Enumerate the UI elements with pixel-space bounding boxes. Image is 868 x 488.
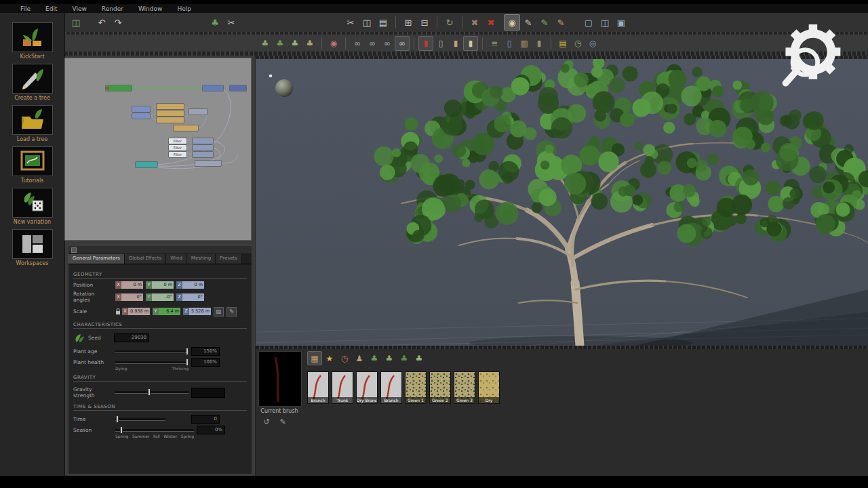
plant-bend-icon[interactable]: ♣ xyxy=(258,36,273,51)
render-plant-icon[interactable]: ♣ xyxy=(207,14,223,30)
cylinder-b-icon[interactable]: ▮ xyxy=(463,36,478,51)
undo-icon[interactable]: ↶ xyxy=(94,14,110,30)
split-view-icon[interactable]: ◫ xyxy=(597,14,613,30)
menu-render[interactable]: Render xyxy=(102,5,123,12)
merge-icon[interactable]: ⊞ xyxy=(400,14,416,30)
brush-tile-green-1[interactable]: Green 1 xyxy=(405,371,427,404)
refresh-icon[interactable]: ↻ xyxy=(441,14,458,30)
tab-wind[interactable]: Wind xyxy=(166,254,187,264)
position-z-field[interactable]: Z0 m xyxy=(176,281,204,289)
select-tool-icon[interactable]: ◉ xyxy=(504,14,520,30)
node-filter-out-1[interactable] xyxy=(193,138,213,144)
path-b-icon[interactable]: ∞ xyxy=(365,36,380,51)
tab-global-effects[interactable]: Global Effects xyxy=(125,254,166,264)
time-slider[interactable] xyxy=(115,418,165,421)
scale-y-field[interactable]: Y6.4 m xyxy=(153,308,180,315)
edit-brush-icon[interactable]: ✎ xyxy=(277,416,288,427)
split-icon[interactable]: ⊟ xyxy=(416,14,433,30)
spray-icon[interactable]: ▮ xyxy=(418,36,433,51)
season-value[interactable]: 0% xyxy=(197,426,225,434)
menu-view[interactable]: View xyxy=(73,5,87,12)
brush-tile-dry-branch[interactable]: Dry Branch xyxy=(356,371,378,404)
rotation-x-field[interactable]: X0° xyxy=(115,293,143,301)
path-c-icon[interactable]: ∞ xyxy=(380,36,395,51)
copy-icon[interactable]: ◫ xyxy=(359,14,375,30)
node-level-4[interactable] xyxy=(174,125,198,131)
plant-b-icon[interactable]: ♣ xyxy=(382,351,397,365)
scale-reset-button[interactable]: ✎ xyxy=(226,307,237,317)
star-icon[interactable]: ★ xyxy=(322,351,337,365)
cylinder-c-icon[interactable]: ▮ xyxy=(532,36,547,51)
brush-grid-icon[interactable]: ▦ xyxy=(307,351,322,365)
time-value[interactable]: 0 xyxy=(191,415,220,424)
scale-options-button[interactable]: ▤ xyxy=(214,307,224,317)
import-plant-icon[interactable]: ◫ xyxy=(68,14,84,30)
figure-icon[interactable]: ♟ xyxy=(352,351,367,365)
plant-health-slider-handle[interactable] xyxy=(186,359,189,366)
sidebar-item-load-a-tree[interactable]: Load a tree xyxy=(11,104,54,143)
plant-health-value[interactable]: 100% xyxy=(191,358,220,367)
sidebar-item-workspaces[interactable]: Workspaces xyxy=(11,228,54,267)
menu-file[interactable]: File xyxy=(20,5,31,12)
paint-tool-icon[interactable]: ✎ xyxy=(536,14,553,30)
sidebar-item-kickstart[interactable]: KickStart xyxy=(11,21,54,60)
compass-icon[interactable]: ◎ xyxy=(585,36,600,51)
brush-tile-trunk[interactable]: Trunk xyxy=(332,371,353,404)
battery-blue-icon[interactable]: ▯ xyxy=(502,36,517,51)
erase-tool-icon[interactable]: ✎ xyxy=(553,14,569,30)
position-x-field[interactable]: X0 m xyxy=(115,281,143,289)
gravity-slider-handle[interactable] xyxy=(148,388,151,396)
node-timer[interactable] xyxy=(136,162,157,167)
ruler-icon[interactable]: ▤ xyxy=(555,36,570,51)
plant-grow-icon[interactable]: ♣ xyxy=(273,36,288,51)
rotation-y-field[interactable]: Y-0° xyxy=(146,293,174,301)
plant-dry-icon[interactable]: ♣ xyxy=(302,36,317,51)
path-a-icon[interactable]: ∞ xyxy=(350,36,365,51)
tab-meshing[interactable]: Meshing xyxy=(187,254,216,264)
node-filter-2[interactable]: Filter xyxy=(169,145,186,150)
path-d-icon[interactable]: ∞ xyxy=(395,36,410,51)
plant-age-slider[interactable] xyxy=(115,350,189,353)
node-filter-out-2[interactable] xyxy=(193,145,213,150)
inspect-leaf-icon[interactable]: ◉ xyxy=(326,36,341,51)
delete-icon[interactable]: ✖ xyxy=(483,14,499,30)
brush-tile-branch-2[interactable]: Branch xyxy=(380,371,402,404)
node-branch-b[interactable] xyxy=(132,113,150,119)
node-trunk[interactable] xyxy=(203,85,223,91)
node-level-2[interactable] xyxy=(157,110,184,116)
prune-icon[interactable]: ✂ xyxy=(223,14,239,30)
reset-brush-icon[interactable]: ↺ xyxy=(261,416,272,427)
close-node-icon[interactable]: ✖ xyxy=(467,14,483,30)
rotation-z-field[interactable]: Z0° xyxy=(176,293,204,301)
position-y-field[interactable]: Y0 m xyxy=(146,281,174,289)
menu-window[interactable]: Window xyxy=(138,5,163,12)
node-output[interactable] xyxy=(230,85,246,91)
render-view-icon[interactable]: ▣ xyxy=(613,14,629,30)
plant-age-value[interactable]: 150% xyxy=(191,347,220,356)
brush-tile-branch[interactable]: Branch xyxy=(307,371,329,404)
menu-help[interactable]: Help xyxy=(177,5,191,12)
scale-z-field[interactable]: Z5.528 m xyxy=(183,308,211,315)
seed-value[interactable]: 29030 xyxy=(114,333,149,342)
node-collect[interactable] xyxy=(189,109,207,115)
panel-title-grip[interactable] xyxy=(68,246,252,254)
brush-tile-green-2[interactable]: Green 2 xyxy=(429,371,451,404)
plant-age-slider-handle[interactable] xyxy=(186,348,189,355)
current-brush-preview[interactable] xyxy=(258,351,302,407)
menu-edit[interactable]: Edit xyxy=(45,5,57,12)
brush-tile-dry[interactable]: Dry xyxy=(478,371,500,404)
node-root[interactable] xyxy=(106,85,132,91)
plant-fork-icon[interactable]: ♣ xyxy=(288,36,302,51)
clock-icon[interactable]: ◷ xyxy=(337,351,352,365)
stats-icon[interactable]: ▥ xyxy=(517,36,532,51)
node-filter-out-3[interactable] xyxy=(193,152,213,157)
timer-leaf-icon[interactable]: ◷ xyxy=(570,36,585,51)
leaf-b-icon[interactable]: ♣ xyxy=(412,351,427,365)
node-leaf-filter[interactable] xyxy=(195,161,221,166)
variation-leaves-icon[interactable] xyxy=(73,333,85,343)
paste-icon[interactable]: ▤ xyxy=(375,14,391,30)
node-filter-1[interactable]: Filter xyxy=(169,138,186,144)
tab-general-parameters[interactable]: General Parameters xyxy=(68,254,125,264)
node-branch-a[interactable] xyxy=(132,106,150,112)
cut-icon[interactable]: ✂ xyxy=(342,14,359,30)
